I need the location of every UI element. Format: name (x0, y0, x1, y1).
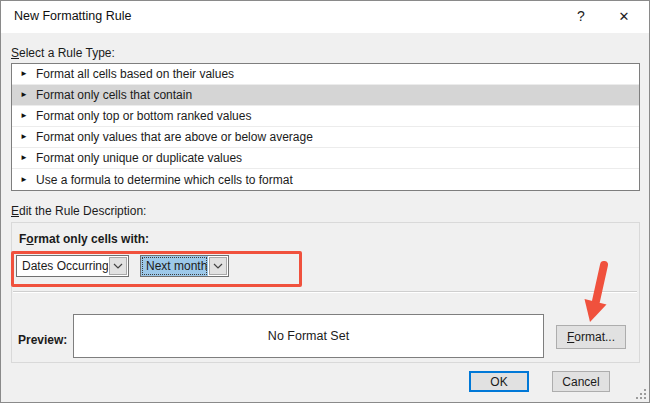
format-only-cells-with-label: Format only cells with: (19, 232, 149, 246)
rule-type-item-average[interactable]: ► Format only values that are above or b… (12, 127, 639, 148)
help-icon: ? (577, 8, 585, 24)
arrow-bullet-icon: ► (20, 70, 30, 78)
rule-type-item-label: Format all cells based on their values (36, 67, 234, 81)
rule-type-item-label: Format only cells that contain (36, 88, 192, 102)
chevron-down-icon (113, 263, 123, 269)
condition-type-dropdown-button[interactable] (109, 257, 127, 275)
rule-type-item-cells-contain[interactable]: ► Format only cells that contain (12, 85, 639, 106)
rule-type-item-unique-duplicate[interactable]: ► Format only unique or duplicate values (12, 148, 639, 169)
chevron-down-icon (213, 263, 223, 269)
close-button[interactable]: ✕ (607, 1, 641, 32)
groupbox-separator (13, 291, 637, 293)
select-rule-type-label: Select a Rule Type: (11, 46, 115, 60)
ok-button[interactable]: OK (469, 371, 529, 392)
rule-type-item-label: Format only unique or duplicate values (36, 151, 242, 165)
rule-type-item-label: Use a formula to determine which cells t… (36, 173, 293, 187)
rule-type-item-formula[interactable]: ► Use a formula to determine which cells… (12, 169, 639, 190)
arrow-bullet-icon: ► (20, 154, 30, 162)
resize-grip[interactable] (636, 389, 646, 399)
condition-value-value: Next month (141, 256, 208, 276)
arrow-bullet-icon: ► (20, 112, 30, 120)
arrow-bullet-icon: ► (20, 133, 30, 141)
format-preview-box: No Format Set (73, 314, 544, 358)
title-bar: New Formatting Rule ? ✕ (1, 1, 649, 33)
help-button[interactable]: ? (564, 1, 598, 32)
preview-text: No Format Set (268, 329, 349, 343)
close-icon: ✕ (619, 9, 630, 24)
arrow-bullet-icon: ► (20, 176, 30, 184)
format-button[interactable]: Format... (556, 325, 626, 349)
edit-rule-description-label: Edit the Rule Description: (11, 204, 146, 218)
rule-type-item-label: Format only top or bottom ranked values (36, 109, 251, 123)
rule-type-item-ranked[interactable]: ► Format only top or bottom ranked value… (12, 106, 639, 127)
rule-type-item-label: Format only values that are above or bel… (36, 130, 313, 144)
condition-value-dropdown-button[interactable] (209, 257, 227, 275)
rule-type-listbox: ► Format all cells based on their values… (11, 63, 640, 191)
condition-type-dropdown[interactable]: Dates Occurring (16, 255, 129, 277)
cancel-button[interactable]: Cancel (552, 371, 610, 392)
dialog-title: New Formatting Rule (14, 1, 131, 32)
rule-type-item-values[interactable]: ► Format all cells based on their values (12, 64, 639, 85)
arrow-bullet-icon: ► (20, 91, 30, 99)
condition-type-value: Dates Occurring (17, 256, 108, 276)
preview-label: Preview: (18, 333, 67, 347)
condition-value-dropdown[interactable]: Next month (140, 255, 229, 277)
new-formatting-rule-dialog: New Formatting Rule ? ✕ Select a Rule Ty… (0, 0, 650, 403)
